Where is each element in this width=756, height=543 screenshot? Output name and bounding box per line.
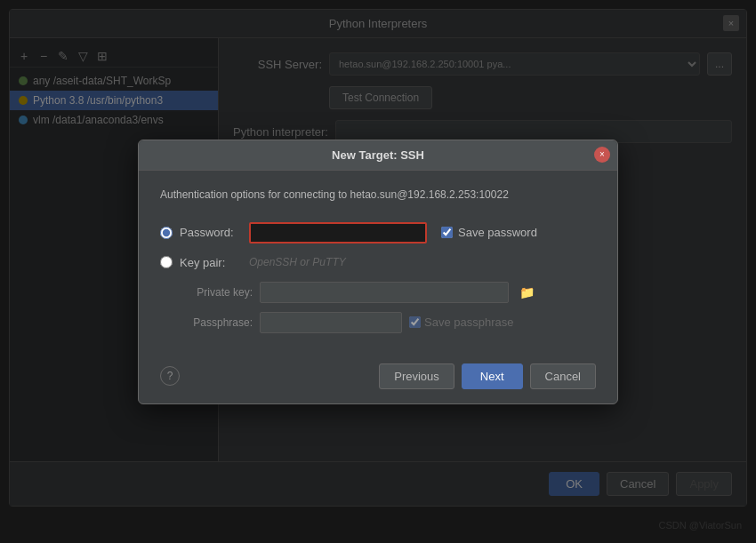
- save-password-checkbox[interactable]: [441, 227, 453, 238]
- dialog-close-button[interactable]: ×: [594, 147, 610, 163]
- private-key-row: Private key: 📁: [181, 282, 596, 303]
- private-key-browse-button[interactable]: 📁: [516, 285, 538, 299]
- password-radio[interactable]: [160, 227, 173, 239]
- save-password-row: Save password: [441, 226, 537, 239]
- keypair-hint: OpenSSH or PuTTY: [249, 256, 346, 268]
- passphrase-input[interactable]: [260, 312, 402, 333]
- save-password-label: Save password: [458, 226, 537, 239]
- save-passphrase-label: Save passphrase: [424, 315, 513, 329]
- password-option-row: Password: Save password: [160, 222, 596, 244]
- password-label: Password:: [180, 226, 242, 239]
- cancel-dialog-button[interactable]: Cancel: [530, 363, 596, 389]
- keypair-option-row: Key pair: OpenSSH or PuTTY: [160, 256, 596, 269]
- dialog-overlay: New Target: SSH × Authentication options…: [0, 0, 756, 543]
- save-passphrase-checkbox[interactable]: [409, 316, 421, 328]
- dialog-body: Authentication options for connecting to…: [139, 171, 617, 356]
- dialog-title: New Target: SSH: [332, 148, 424, 162]
- help-button[interactable]: ?: [160, 366, 180, 386]
- keypair-label: Key pair:: [180, 256, 242, 269]
- private-key-label: Private key:: [181, 286, 253, 299]
- save-passphrase-row: Save passphrase: [409, 315, 513, 329]
- password-input[interactable]: [249, 222, 427, 244]
- dialog-actions: Previous Next Cancel: [379, 363, 596, 389]
- keypair-radio[interactable]: [160, 256, 173, 268]
- passphrase-row: Passphrase: Save passphrase: [181, 312, 596, 333]
- next-button[interactable]: Next: [462, 363, 523, 389]
- dialog-description: Authentication options for connecting to…: [160, 188, 596, 201]
- previous-button[interactable]: Previous: [379, 363, 454, 389]
- dialog-titlebar: New Target: SSH ×: [139, 140, 617, 171]
- passphrase-label: Passphrase:: [181, 316, 253, 329]
- dialog-footer: ? Previous Next Cancel: [139, 356, 617, 403]
- private-key-input[interactable]: [260, 282, 509, 303]
- ssh-dialog: New Target: SSH × Authentication options…: [138, 140, 618, 404]
